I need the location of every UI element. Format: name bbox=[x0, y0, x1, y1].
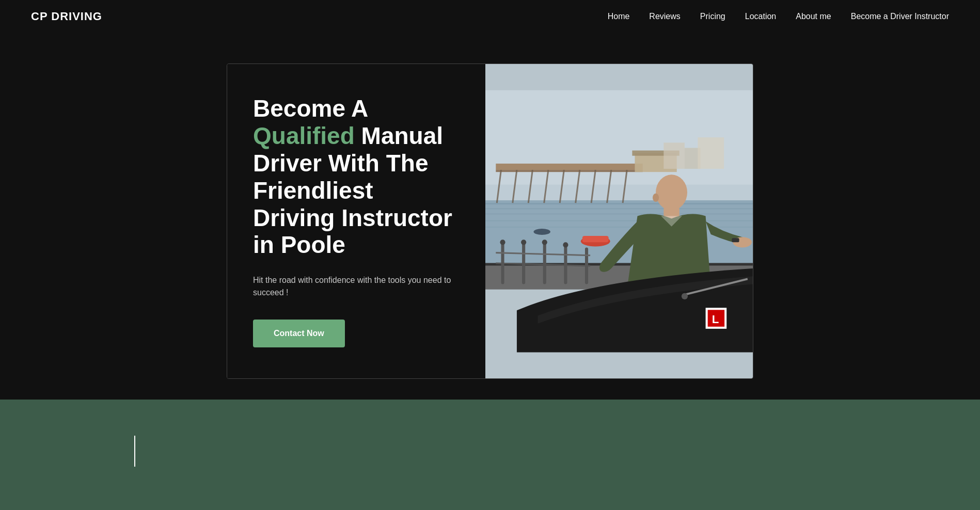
svg-rect-8 bbox=[496, 164, 642, 170]
svg-point-43 bbox=[653, 194, 659, 202]
svg-point-37 bbox=[521, 240, 526, 245]
nav-item-pricing[interactable]: Pricing bbox=[700, 12, 725, 21]
svg-rect-24 bbox=[663, 142, 685, 169]
hero-section: Become A Qualified Manual Driver With Th… bbox=[0, 33, 980, 400]
hero-heading-part1: Become A bbox=[253, 95, 368, 122]
hero-image-panel: L bbox=[485, 64, 753, 378]
svg-rect-26 bbox=[698, 137, 724, 169]
svg-point-38 bbox=[542, 240, 547, 245]
hero-image: L bbox=[485, 64, 753, 378]
svg-rect-6 bbox=[485, 220, 753, 221]
hero-heading-highlight: Qualified bbox=[253, 122, 355, 149]
nav-links: Home Reviews Pricing Location About me B… bbox=[608, 12, 949, 21]
footer-section bbox=[0, 400, 980, 510]
nav-item-reviews[interactable]: Reviews bbox=[649, 12, 680, 21]
svg-rect-31 bbox=[543, 242, 546, 284]
nav-item-about[interactable]: About me bbox=[796, 12, 831, 21]
svg-point-40 bbox=[656, 174, 687, 210]
svg-rect-22 bbox=[582, 236, 609, 242]
svg-text:L: L bbox=[712, 313, 719, 326]
svg-rect-5 bbox=[485, 213, 753, 214]
svg-rect-4 bbox=[485, 208, 753, 209]
svg-point-23 bbox=[533, 229, 550, 235]
navbar: CP DRIVING Home Reviews Pricing Location… bbox=[0, 0, 980, 33]
svg-point-46 bbox=[682, 293, 688, 299]
nav-item-location[interactable]: Location bbox=[745, 12, 777, 21]
svg-point-36 bbox=[500, 240, 505, 245]
nav-item-home[interactable]: Home bbox=[608, 12, 630, 21]
hero-text-panel: Become A Qualified Manual Driver With Th… bbox=[227, 64, 485, 378]
footer-divider bbox=[134, 436, 135, 467]
nav-item-become-instructor[interactable]: Become a Driver Instructor bbox=[851, 12, 949, 21]
contact-now-button[interactable]: Contact Now bbox=[253, 320, 345, 347]
hero-card: Become A Qualified Manual Driver With Th… bbox=[227, 63, 753, 379]
svg-rect-44 bbox=[732, 238, 739, 242]
hero-heading: Become A Qualified Manual Driver With Th… bbox=[253, 95, 460, 259]
svg-rect-3 bbox=[485, 203, 753, 204]
brand-logo: CP DRIVING bbox=[31, 10, 102, 23]
svg-point-39 bbox=[563, 242, 568, 247]
footer-inner bbox=[0, 400, 980, 498]
svg-rect-9 bbox=[496, 170, 642, 172]
hero-subtitle: Hit the road with confidence with the to… bbox=[253, 274, 460, 299]
